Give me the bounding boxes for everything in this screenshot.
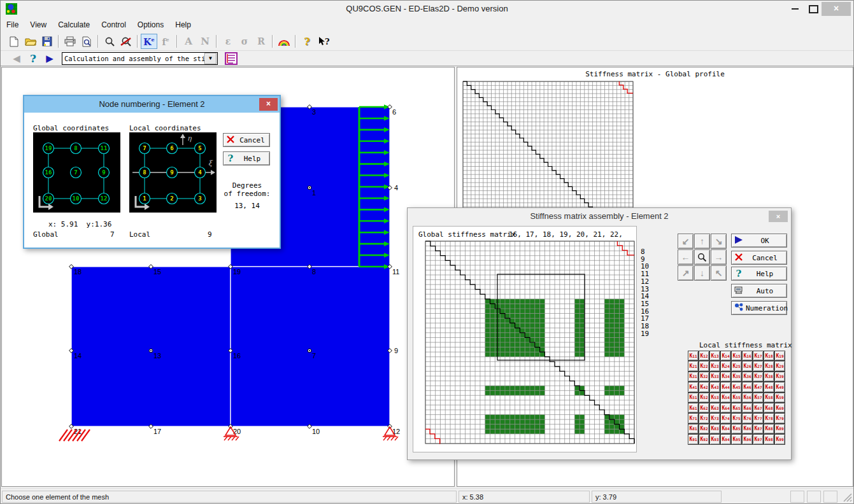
k-term-button-63[interactable]: K63 bbox=[709, 403, 720, 413]
k-term-button-34[interactable]: K34 bbox=[720, 372, 731, 382]
k-term-button-18[interactable]: K18 bbox=[764, 351, 774, 361]
k-term-button-92[interactable]: K92 bbox=[699, 434, 709, 444]
k-term-button-38[interactable]: K38 bbox=[764, 372, 774, 382]
k-term-button-51[interactable]: K51 bbox=[688, 393, 699, 403]
k-term-button-49[interactable]: K49 bbox=[774, 382, 785, 392]
step-dropdown[interactable]: Calculation and assembly of the stiffn ▼ bbox=[62, 52, 218, 65]
k-term-button-11[interactable]: K11 bbox=[688, 351, 699, 361]
k-term-button-59[interactable]: K59 bbox=[774, 393, 785, 403]
scroll-arrow-button-1[interactable]: ↑ bbox=[694, 234, 710, 249]
k-term-button-45[interactable]: K45 bbox=[731, 382, 742, 392]
open-file-icon[interactable] bbox=[22, 34, 39, 49]
k-term-button-31[interactable]: K31 bbox=[688, 372, 699, 382]
k-term-button-47[interactable]: K47 bbox=[753, 382, 764, 392]
scroll-arrow-button-8[interactable]: ↖ bbox=[711, 265, 727, 281]
print-preview-icon[interactable] bbox=[78, 34, 95, 49]
help-icon[interactable]: ? bbox=[299, 34, 315, 49]
k-term-button-91[interactable]: K91 bbox=[688, 434, 699, 444]
menu-control[interactable]: Control bbox=[96, 17, 132, 29]
node-dialog-close-button[interactable]: × bbox=[259, 98, 278, 111]
help-button[interactable]: ? Help bbox=[223, 151, 270, 165]
k-term-button-86[interactable]: K86 bbox=[742, 424, 753, 434]
k-term-button-93[interactable]: K93 bbox=[709, 434, 720, 444]
k-term-button-83[interactable]: K83 bbox=[709, 424, 720, 434]
k-term-button-66[interactable]: K66 bbox=[742, 403, 753, 413]
new-file-icon[interactable] bbox=[6, 34, 22, 49]
k-term-button-36[interactable]: K36 bbox=[742, 372, 753, 382]
assembly-dialog-titlebar[interactable]: Stiffness matrix assembly - Element 2 bbox=[408, 208, 791, 223]
k-term-button-82[interactable]: K82 bbox=[699, 424, 709, 434]
k-term-button-62[interactable]: K62 bbox=[699, 403, 709, 413]
scroll-arrow-button-6[interactable]: ↗ bbox=[678, 265, 694, 281]
assembly-matrix-grid[interactable] bbox=[425, 241, 635, 447]
k-term-button-54[interactable]: K54 bbox=[720, 393, 731, 403]
menu-calculate[interactable]: Calculate bbox=[52, 17, 96, 29]
k-term-button-44[interactable]: K44 bbox=[720, 382, 731, 392]
k-term-button-81[interactable]: K81 bbox=[688, 424, 699, 434]
k-term-button-84[interactable]: K84 bbox=[720, 424, 731, 434]
k-term-button-85[interactable]: K85 bbox=[731, 424, 742, 434]
k-term-button-48[interactable]: K48 bbox=[764, 382, 774, 392]
assembly-dialog-close-button[interactable]: × bbox=[769, 211, 788, 222]
k-term-button-75[interactable]: K75 bbox=[731, 413, 742, 423]
k-term-button-77[interactable]: K77 bbox=[753, 413, 764, 423]
k-term-button-17[interactable]: K17 bbox=[753, 351, 764, 361]
print-icon[interactable] bbox=[62, 34, 78, 49]
k-term-button-71[interactable]: K71 bbox=[688, 413, 699, 423]
k-term-button-97[interactable]: K97 bbox=[753, 434, 764, 444]
button-help[interactable]: ?Help bbox=[731, 267, 787, 281]
stiffness-matrix-icon[interactable]: Ke bbox=[141, 34, 157, 49]
k-term-button-99[interactable]: K99 bbox=[774, 434, 785, 444]
k-term-button-88[interactable]: K88 bbox=[764, 424, 774, 434]
k-term-button-13[interactable]: K13 bbox=[709, 351, 720, 361]
k-term-button-43[interactable]: K43 bbox=[709, 382, 720, 392]
scroll-arrow-button-5[interactable]: → bbox=[711, 249, 727, 265]
save-file-icon[interactable] bbox=[39, 34, 55, 49]
k-term-button-32[interactable]: K32 bbox=[699, 372, 709, 382]
minimize-button[interactable] bbox=[792, 8, 799, 10]
k-term-button-73[interactable]: K73 bbox=[709, 413, 720, 423]
k-term-button-78[interactable]: K78 bbox=[764, 413, 774, 423]
step-back-icon[interactable]: ◀ bbox=[8, 51, 25, 66]
cancel-button[interactable]: Cancel bbox=[223, 133, 270, 147]
k-term-button-61[interactable]: K61 bbox=[688, 403, 699, 413]
k-term-button-95[interactable]: K95 bbox=[731, 434, 742, 444]
k-term-button-16[interactable]: K16 bbox=[742, 351, 753, 361]
k-term-button-21[interactable]: K21 bbox=[688, 361, 699, 371]
k-term-button-57[interactable]: K57 bbox=[753, 393, 764, 403]
k-term-button-46[interactable]: K46 bbox=[742, 382, 753, 392]
k-term-button-42[interactable]: K42 bbox=[699, 382, 709, 392]
k-term-button-64[interactable]: K64 bbox=[720, 403, 731, 413]
k-term-button-55[interactable]: K55 bbox=[731, 393, 742, 403]
k-term-button-27[interactable]: K27 bbox=[753, 361, 764, 371]
k-term-button-76[interactable]: K76 bbox=[742, 413, 753, 423]
k-term-button-69[interactable]: K69 bbox=[774, 403, 785, 413]
k-term-button-53[interactable]: K53 bbox=[709, 393, 720, 403]
k-term-button-96[interactable]: K96 bbox=[742, 434, 753, 444]
maximize-button[interactable] bbox=[809, 5, 818, 13]
resize-grip[interactable] bbox=[843, 493, 852, 502]
step-forward-icon[interactable]: ▶ bbox=[41, 51, 58, 66]
menu-help[interactable]: Help bbox=[169, 17, 197, 29]
k-term-button-23[interactable]: K23 bbox=[709, 361, 720, 371]
protocol-list-icon[interactable] bbox=[223, 51, 239, 66]
k-term-button-37[interactable]: K37 bbox=[753, 372, 764, 382]
k-term-button-25[interactable]: K25 bbox=[731, 361, 742, 371]
k-term-button-19[interactable]: K19 bbox=[774, 351, 785, 361]
button-auto[interactable]: Auto bbox=[731, 284, 787, 298]
color-map-icon[interactable] bbox=[276, 34, 292, 49]
button-numeration[interactable]: Numeration bbox=[731, 301, 787, 315]
k-term-button-26[interactable]: K26 bbox=[742, 361, 753, 371]
button-ok[interactable]: OK bbox=[731, 234, 787, 248]
button-cancel[interactable]: Cancel bbox=[731, 251, 787, 265]
menu-options[interactable]: Options bbox=[132, 17, 169, 29]
context-help-icon[interactable]: ? bbox=[315, 34, 332, 49]
k-term-button-39[interactable]: K39 bbox=[774, 372, 785, 382]
scroll-arrow-button-2[interactable]: ↘ bbox=[711, 234, 727, 249]
k-term-button-56[interactable]: K56 bbox=[742, 393, 753, 403]
k-term-button-24[interactable]: K24 bbox=[720, 361, 731, 371]
node-dialog-titlebar[interactable]: Node numbering - Element 2 bbox=[24, 96, 280, 113]
k-term-button-15[interactable]: K15 bbox=[731, 351, 742, 361]
k-term-button-29[interactable]: K29 bbox=[774, 361, 785, 371]
k-term-button-72[interactable]: K72 bbox=[699, 413, 709, 423]
